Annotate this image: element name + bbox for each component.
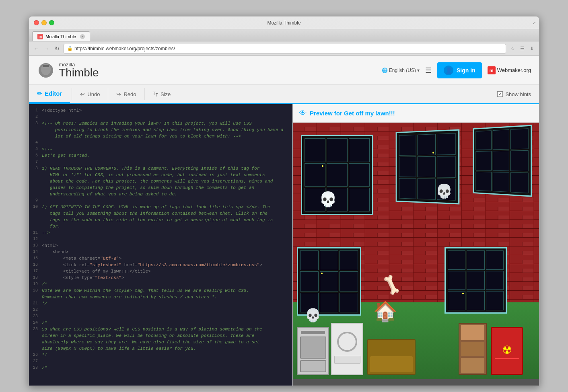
code-line: 13 <html> [29,242,292,249]
url-text: https://thimble.webmaker.org/projects/zo… [74,46,175,51]
browser-menu-icon[interactable]: ☰ [518,45,526,53]
download-icon[interactable]: ⬇ [528,45,536,53]
code-line: 28 /* [29,365,292,371]
preview-panel: 👁 Preview for Get off my lawn!!! [292,104,539,386]
redo-button[interactable]: ↪ Redo [110,85,142,103]
webmaker-icon: m [488,66,496,74]
size-icon: TT [153,91,158,97]
refresh-button[interactable]: ↻ [53,45,61,53]
address-actions: ☆ ☰ ⬇ [508,45,536,53]
user-avatar-icon: 👤 [444,66,453,75]
traffic-lights[interactable] [34,20,54,25]
code-line: 4 [29,140,292,146]
trash-bin: ☢ [491,327,523,375]
code-line: 9 [29,197,292,204]
zombie-window-4 [297,247,361,316]
toolbar-divider-3 [144,88,145,100]
sign-in-button[interactable]: 👤 Sign in [437,62,482,78]
code-line: tags tell you something about the inform… [29,210,292,217]
code-line: about the code. For this project, the co… [29,178,292,185]
show-hints-area[interactable]: ✓ Show hints [497,91,539,97]
forward-button[interactable]: → [43,45,51,53]
appliance-2 [331,323,363,375]
thimble-logo-icon [37,62,55,79]
zombie-window-1 [301,135,373,215]
hamburger-menu[interactable]: ☰ [425,66,432,75]
code-line: 11 --> [29,230,292,236]
code-line: tags in the code on this side of the edi… [29,217,292,223]
preview-title: Preview for Get off my lawn!!! [310,110,395,117]
game-scene: 💀 💀 [293,123,539,379]
zombie-window-5 [445,247,507,314]
show-hints-label: Show hints [505,91,531,97]
code-line: 27 [29,358,292,365]
close-button[interactable] [34,20,39,25]
editor-tab[interactable]: ✏ Editor [29,85,70,103]
logo-text: mozilla Thimble [59,62,99,78]
title-bar: Mozilla Thimble ⤢ [29,16,539,29]
code-line: 20 Note we are now within the <style> ta… [29,287,292,294]
lang-dropdown-icon: ▾ [417,68,420,73]
code-line: 3 <!-- Oh noes! Zombies are invading you… [29,120,292,127]
minimize-button[interactable] [41,20,47,25]
code-line: lot of old things sitting on your lawn f… [29,133,292,140]
code-line: 2 [29,114,292,120]
editor-pencil-icon: ✏ [37,90,42,97]
code-line: 15 <meta charset="utf-8"> [29,255,292,262]
code-line: 21 */ [29,300,292,307]
size-button[interactable]: TT Size [146,85,177,103]
code-line: understanding of what you are being aske… [29,191,292,197]
zombie-face-1: 💀 [319,191,337,208]
header-right: 🌐 English (US) ▾ ☰ 👤 Sign in m Webmaker.… [382,62,531,78]
thimble-label: Thimble [59,67,99,78]
appliance-1 [297,327,329,375]
size-label: Size [161,91,171,97]
code-line: positioning to block the zombies and sto… [29,127,292,133]
bookshelf [459,323,487,375]
code-line: 8 1) READ THROUGH THE COMMENTS. This is … [29,165,292,172]
tab-favicon: m [37,34,43,39]
code-line: for. [29,223,292,230]
code-line: 22 [29,307,292,313]
window-title: Mozilla Thimble [267,20,300,26]
code-line: 16 <link rel="stylesheet" href="https://… [29,262,292,268]
code-line: 26 */ [29,352,292,358]
url-bar[interactable]: 🔒 https://thimble.webmaker.org/projects/… [64,44,506,53]
tab-close-button[interactable]: × [80,34,85,39]
code-line: HTML or '/*' for CSS, is not processed a… [29,172,292,178]
code-line: 25 So what are CSS positions? Well a CSS… [29,326,292,332]
zombie-window-3 [473,125,532,197]
code-line: 24 /* [29,320,292,326]
code-line: 7 [29,159,292,165]
code-line: 18 <style type="text/css"> [29,275,292,281]
code-line: screen in a specific place. We will be f… [29,332,292,339]
code-editor[interactable]: 1 <!doctype html> 2 3 <!-- Oh noes! Zomb… [29,104,292,386]
code-line: size (800px x 600px) to make life a litt… [29,345,292,352]
webmaker-link[interactable]: m Webmaker.org [488,66,531,74]
show-hints-checkbox[interactable]: ✓ [497,91,503,97]
sign-in-label: Sign in [457,67,475,74]
back-button[interactable]: ← [32,45,40,53]
toolbar-divider-1 [72,88,72,100]
browser-tab[interactable]: m Mozilla Thimble × [32,31,90,41]
resize-icon[interactable]: ⤢ [533,21,536,25]
preview-bottom-bar [293,379,539,386]
svg-rect-2 [43,65,49,67]
house-icon: 🏠 [373,300,397,323]
code-line: 17 <title>Get off my lawn!!!</title> [29,268,292,275]
maximize-button[interactable] [49,20,54,25]
undo-button[interactable]: ↩ Undo [74,85,106,103]
preview-content: 💀 💀 [293,123,539,379]
security-icon: 🔒 [67,46,73,51]
language-label: English (US) [389,68,416,73]
language-selector[interactable]: 🌐 English (US) ▾ [382,68,420,73]
editor-toolbar: ✏ Editor ↩ Undo ↪ Redo TT Size ✓ Show hi… [29,85,539,104]
app-header: mozilla Thimble 🌐 English (US) ▾ ☰ 👤 Sig… [29,56,539,85]
code-line: 10 2) GET ORIENTED IN THE CODE. HTML is … [29,204,292,210]
bookmark-icon[interactable]: ☆ [508,45,517,53]
toolbar-divider-2 [108,88,108,100]
zombie-face-3: 💀 [305,308,321,323]
undo-label: Undo [87,91,100,97]
code-line: 19 /* [29,281,292,287]
code-line: 14 <head> [29,249,292,255]
